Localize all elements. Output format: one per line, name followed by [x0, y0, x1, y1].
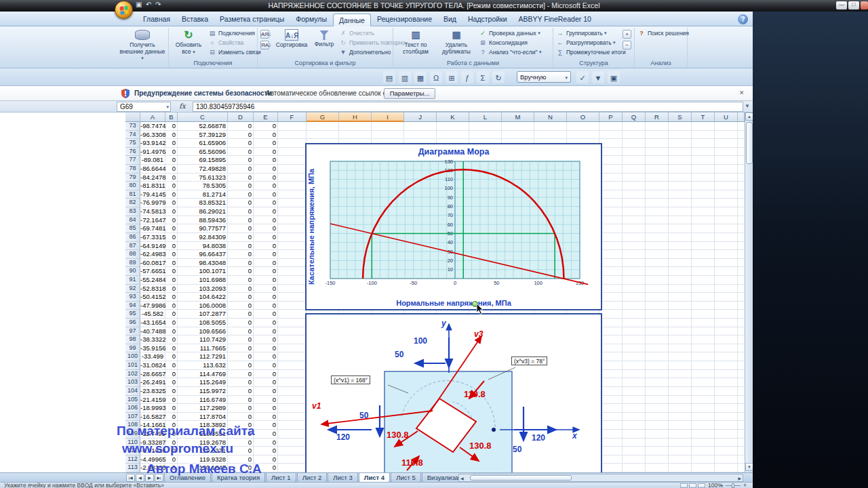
cell-E80[interactable]: 0 [254, 182, 278, 190]
cell-E103[interactable]: 0 [254, 378, 278, 387]
row-header-73[interactable]: 73 [125, 122, 140, 131]
cell-A89[interactable]: -60.0817 [140, 259, 165, 268]
cell-D73[interactable]: 0 [228, 122, 254, 131]
insert-function-button[interactable]: fx [174, 102, 191, 112]
cell-E82[interactable]: 0 [254, 199, 278, 207]
cell-D83[interactable]: 0 [228, 207, 254, 216]
column-header-I[interactable]: I [372, 113, 404, 122]
row-header-80[interactable]: 80 [125, 182, 140, 190]
cell-B90[interactable]: 0 [165, 267, 178, 276]
cell-A106[interactable]: -18.9993 [140, 404, 165, 413]
cell-C76[interactable]: 65.56096 [178, 148, 228, 157]
cell-E78[interactable]: 0 [254, 165, 278, 174]
cell-D95[interactable]: 0 [228, 310, 254, 319]
cell-E81[interactable]: 0 [254, 190, 278, 199]
cell-D102[interactable]: 0 [228, 370, 254, 379]
cell-E86[interactable]: 0 [254, 233, 278, 242]
cell-B106[interactable]: 0 [165, 404, 178, 413]
cell-D88[interactable]: 0 [228, 250, 254, 259]
cell-D97[interactable]: 0 [228, 327, 254, 336]
row-header-84[interactable]: 84 [125, 216, 140, 225]
row-header-106[interactable]: 106 [125, 404, 140, 413]
cell-A97[interactable]: -40.7488 [140, 327, 165, 336]
show-detail-button[interactable]: + [623, 30, 631, 39]
cell-B81[interactable]: 0 [165, 190, 178, 199]
cell-D96[interactable]: 0 [228, 319, 254, 327]
text-to-columns-button[interactable]: ▥ Текст по столбцам [396, 28, 435, 60]
cell-E98[interactable]: 0 [254, 336, 278, 344]
cell-A99[interactable]: -35.9156 [140, 344, 165, 353]
cell-D76[interactable]: 0 [228, 148, 254, 157]
row-header-74[interactable]: 74 [125, 131, 140, 140]
cell-E106[interactable]: 0 [254, 404, 278, 413]
zoom-slider-thumb[interactable] [732, 483, 734, 488]
cell-E83[interactable]: 0 [254, 207, 278, 216]
cell-A86[interactable]: -67.3315 [140, 233, 165, 242]
cell-D89[interactable]: 0 [228, 259, 254, 268]
cell-D91[interactable]: 0 [228, 276, 254, 285]
clear-filter-button[interactable]: ✗Очистить [339, 28, 392, 38]
horizontal-scroll-thumb[interactable] [470, 475, 572, 481]
cell-E93[interactable]: 0 [254, 293, 278, 302]
cell-C87[interactable]: 94.8038 [178, 242, 228, 251]
row-header-89[interactable]: 89 [125, 259, 140, 268]
ungroup-button[interactable]: ←Разгруппировать ▾ [556, 38, 621, 47]
cell-A79[interactable]: -84.2478 [140, 174, 165, 182]
cell-C85[interactable]: 90.77577 [178, 224, 228, 233]
cell-A74[interactable]: -96.3308 [140, 131, 165, 140]
cell-E105[interactable]: 0 [254, 396, 278, 405]
cell-B93[interactable]: 0 [165, 293, 178, 302]
cell-B104[interactable]: 0 [165, 387, 178, 396]
cell-D92[interactable]: 0 [228, 285, 254, 293]
cell-B94[interactable]: 0 [165, 302, 178, 310]
cell-B99[interactable]: 0 [165, 344, 178, 353]
sum-icon[interactable]: Σ [477, 71, 489, 83]
column-header-C[interactable]: C [178, 113, 228, 122]
ribbon-tab-4[interactable]: Формулы [290, 13, 332, 26]
cell-E91[interactable]: 0 [254, 276, 278, 285]
row-header-97[interactable]: 97 [125, 327, 140, 336]
remove-duplicates-button[interactable]: ▦ Удалить дубликаты [437, 28, 476, 60]
row-header-96[interactable]: 96 [125, 319, 140, 327]
cell-D85[interactable]: 0 [228, 224, 254, 233]
get-external-data-button[interactable]: Получить внешние данные ▾ [119, 28, 166, 60]
ribbon-tab-6[interactable]: Рецензирование [372, 13, 437, 26]
cell-C92[interactable]: 103.2093 [178, 285, 228, 293]
edit-links-button[interactable]: ⊟Изменить связи [208, 47, 257, 57]
consolidate-button[interactable]: ⊞Консолидация [479, 38, 552, 47]
column-header-G[interactable]: G [307, 113, 339, 122]
cell-E88[interactable]: 0 [254, 250, 278, 259]
maximize-button[interactable]: □ [848, 1, 859, 9]
cell-C81[interactable]: 81.2714 [178, 190, 228, 199]
refresh-all-button[interactable]: ↻ Обновить все ▾ [171, 28, 206, 60]
cell-C104[interactable]: 115.9972 [178, 387, 228, 396]
cell-D105[interactable]: 0 [228, 396, 254, 405]
redo-icon[interactable]: ↷ [155, 1, 161, 8]
sheet-tab-6[interactable]: Лист 4 [359, 473, 390, 483]
column-header-Q[interactable]: Q [623, 113, 646, 122]
cell-B91[interactable]: 0 [165, 276, 178, 285]
advanced-button[interactable]: ▼Дополнительно [339, 47, 392, 57]
cell-E90[interactable]: 0 [254, 267, 278, 276]
insert-cells-icon[interactable]: ⊞ [446, 71, 458, 83]
help-icon[interactable]: ? [738, 14, 748, 24]
cell-C99[interactable]: 111.7665 [178, 344, 228, 353]
cell-B92[interactable]: 0 [165, 285, 178, 293]
cell-E108[interactable]: 0 [254, 421, 278, 430]
row-header-87[interactable]: 87 [125, 242, 140, 251]
cell-B100[interactable]: 0 [165, 352, 178, 361]
sheet-tab-5[interactable]: Лист 3 [328, 473, 358, 483]
cell-D74[interactable]: 0 [228, 131, 254, 140]
cell-E92[interactable]: 0 [254, 285, 278, 293]
row-header-104[interactable]: 104 [125, 387, 140, 396]
cell-C75[interactable]: 61.65906 [178, 139, 228, 148]
name-box[interactable]: G69 ▾ [117, 102, 171, 112]
page-layout-view-button[interactable] [689, 483, 696, 488]
minimize-button[interactable]: — [836, 1, 847, 9]
cell-E102[interactable]: 0 [254, 370, 278, 379]
row-header-92[interactable]: 92 [125, 285, 140, 293]
cell-B80[interactable]: 0 [165, 182, 178, 190]
close-button[interactable] [861, 1, 868, 9]
page-break-view-button[interactable] [698, 483, 705, 488]
ribbon-tab-7[interactable]: Вид [438, 13, 462, 26]
